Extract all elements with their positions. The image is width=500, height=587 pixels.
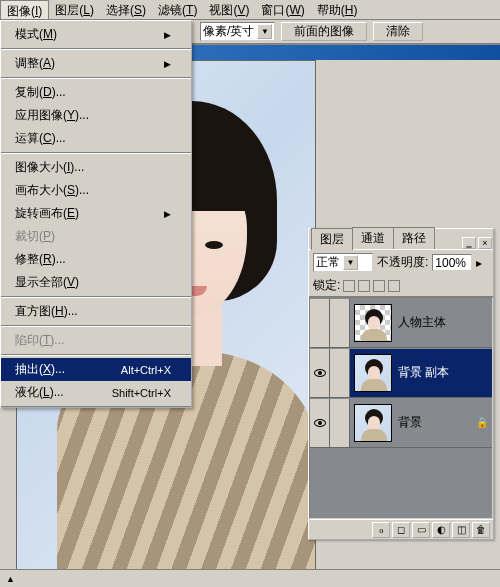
link-toggle[interactable] — [330, 349, 350, 397]
menu-image[interactable]: 图像(I) — [0, 0, 49, 19]
layer-name[interactable]: 背景 副本 — [398, 364, 449, 381]
eye-icon — [314, 369, 326, 377]
flyout-arrow-icon[interactable]: ▲ — [6, 574, 15, 584]
status-bar: ▲ — [0, 569, 500, 587]
panel-tabs: 图层 通道 路径 ‗ × — [309, 229, 493, 249]
link-toggle[interactable] — [330, 299, 350, 347]
new-layer-button[interactable]: ◫ — [452, 522, 470, 538]
submenu-arrow-icon: ▶ — [164, 59, 171, 69]
menuitem-trim[interactable]: 修整(R)... — [1, 248, 191, 271]
menubar: 图像(I) 图层(L) 选择(S) 滤镜(T) 视图(V) 窗口(W) 帮助(H… — [0, 0, 500, 20]
layer-name[interactable]: 背景 — [398, 414, 422, 431]
menuitem-image-size[interactable]: 图像大小(I)... — [1, 156, 191, 179]
clear-button[interactable]: 清除 — [373, 22, 423, 41]
units-combo[interactable]: 像素/英寸 ▼ — [200, 22, 275, 41]
menuitem-trap: 陷印(T)... — [1, 329, 191, 352]
lock-all-toggle[interactable] — [388, 280, 400, 292]
tab-layers[interactable]: 图层 — [311, 228, 353, 250]
menu-help[interactable]: 帮助(H) — [311, 0, 364, 19]
eye-icon — [314, 419, 326, 427]
blend-mode-combo[interactable]: 正常▼ — [313, 253, 373, 272]
menuitem-duplicate[interactable]: 复制(D)... — [1, 81, 191, 104]
lock-position-toggle[interactable] — [373, 280, 385, 292]
menu-window[interactable]: 窗口(W) — [255, 0, 310, 19]
adjustment-layer-button[interactable]: ◐ — [432, 522, 450, 538]
layer-thumbnail[interactable] — [354, 354, 392, 392]
menuitem-histogram[interactable]: 直方图(H)... — [1, 300, 191, 323]
menuitem-adjust[interactable]: 调整(A)▶ — [1, 52, 191, 75]
menuitem-extract[interactable]: 抽出(X)...Alt+Ctrl+X — [1, 358, 191, 381]
layers-panel: 图层 通道 路径 ‗ × 正常▼ 不透明度: 100% ▸ 锁定: 人物主体 — [308, 228, 494, 540]
close-panel-button[interactable]: × — [478, 237, 492, 249]
menuitem-liquify[interactable]: 液化(L)...Shift+Ctrl+X — [1, 381, 191, 404]
menuitem-reveal-all[interactable]: 显示全部(V) — [1, 271, 191, 294]
delete-layer-button[interactable]: 🗑 — [472, 522, 490, 538]
menu-view[interactable]: 视图(V) — [203, 0, 255, 19]
layer-thumbnail[interactable] — [354, 404, 392, 442]
lock-label: 锁定: — [313, 277, 340, 294]
opacity-flyout-icon[interactable]: ▸ — [476, 256, 482, 270]
front-image-button[interactable]: 前面的图像 — [281, 22, 367, 41]
lock-pixels-toggle[interactable] — [358, 280, 370, 292]
new-group-button[interactable]: ▭ — [412, 522, 430, 538]
minimize-panel-button[interactable]: ‗ — [462, 237, 476, 249]
image-menu-dropdown: 模式(M)▶ 调整(A)▶ 复制(D)... 应用图像(Y)... 运算(C).… — [0, 20, 192, 408]
menu-layer[interactable]: 图层(L) — [49, 0, 100, 19]
layers-footer: ℴ ◻ ▭ ◐ ◫ 🗑 — [309, 519, 493, 539]
menu-select[interactable]: 选择(S) — [100, 0, 152, 19]
layer-row[interactable]: 人物主体 — [310, 298, 492, 348]
submenu-arrow-icon: ▶ — [164, 30, 171, 40]
menuitem-calculations[interactable]: 运算(C)... — [1, 127, 191, 150]
submenu-arrow-icon: ▶ — [164, 209, 171, 219]
visibility-toggle[interactable] — [310, 299, 330, 347]
menuitem-canvas-size[interactable]: 画布大小(S)... — [1, 179, 191, 202]
visibility-toggle[interactable] — [310, 399, 330, 447]
lock-icon: 🔒 — [476, 417, 488, 428]
menuitem-apply-image[interactable]: 应用图像(Y)... — [1, 104, 191, 127]
menu-filter[interactable]: 滤镜(T) — [152, 0, 203, 19]
layer-name[interactable]: 人物主体 — [398, 314, 446, 331]
units-value: 像素/英寸 — [203, 23, 254, 40]
layer-list: 人物主体 背景 副本 背景 🔒 — [309, 297, 493, 519]
opacity-input[interactable]: 100% — [432, 254, 472, 271]
menuitem-rotate-canvas[interactable]: 旋转画布(E)▶ — [1, 202, 191, 225]
tab-channels[interactable]: 通道 — [352, 227, 394, 249]
tab-paths[interactable]: 路径 — [393, 227, 435, 249]
lock-transparency-toggle[interactable] — [343, 280, 355, 292]
chevron-down-icon: ▼ — [257, 24, 272, 39]
layer-thumbnail[interactable] — [354, 304, 392, 342]
layer-style-button[interactable]: ℴ — [372, 522, 390, 538]
layer-mask-button[interactable]: ◻ — [392, 522, 410, 538]
chevron-down-icon: ▼ — [343, 255, 358, 270]
menuitem-mode[interactable]: 模式(M)▶ — [1, 23, 191, 46]
layer-row[interactable]: 背景 🔒 — [310, 398, 492, 448]
menuitem-crop: 裁切(P) — [1, 225, 191, 248]
layer-row[interactable]: 背景 副本 — [310, 348, 492, 398]
link-toggle[interactable] — [330, 399, 350, 447]
visibility-toggle[interactable] — [310, 349, 330, 397]
opacity-label: 不透明度: — [377, 254, 428, 271]
